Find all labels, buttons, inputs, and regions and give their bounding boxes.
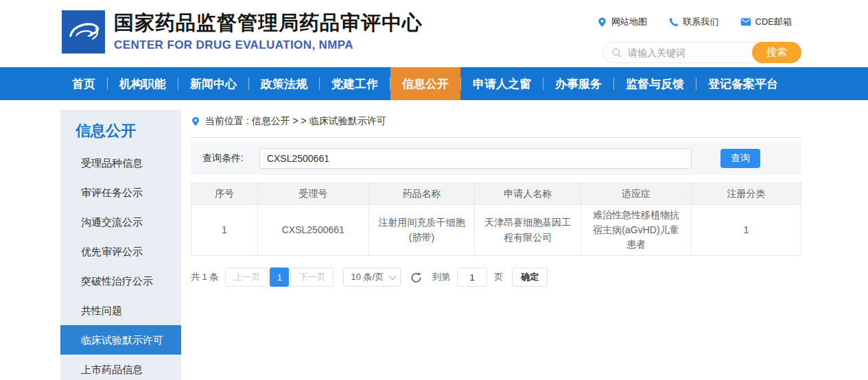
sidebar-item-accepted-products[interactable]: 受理品种信息	[60, 148, 181, 178]
nav-item-policies[interactable]: 政策法规	[249, 67, 319, 100]
prev-page-button[interactable]: 上一页	[225, 268, 268, 287]
nav-item-registration-platform[interactable]: 登记备案平台	[696, 67, 790, 100]
next-page-button[interactable]: 下一页	[290, 268, 333, 287]
breadcrumb: 当前位置 : 信息公开 > > 临床试验默示许可	[191, 110, 801, 138]
main-area: 信息公开 受理品种信息 审评任务公示 沟通交流公示 优先审评公示 突破性治疗公示…	[0, 100, 868, 380]
phone-icon	[668, 17, 679, 27]
breadcrumb-pin-icon	[191, 117, 200, 126]
mail-icon	[740, 17, 751, 27]
cde-mail-link[interactable]: CDE邮箱	[740, 16, 792, 28]
contact-us-link[interactable]: 联系我们	[668, 16, 718, 28]
header-search-button[interactable]: 搜索	[752, 42, 801, 63]
nav-item-services[interactable]: 办事服务	[543, 67, 613, 100]
sidebar-item-review-tasks[interactable]: 审评任务公示	[60, 178, 181, 207]
site-title-block: 国家药品监督管理局药品审评中心 CENTER FOR DRUG EVALUATI…	[114, 10, 423, 52]
page-size-select[interactable]: 10 条/页	[343, 268, 401, 287]
query-input[interactable]	[259, 148, 692, 169]
refresh-button[interactable]	[410, 270, 423, 284]
site-title-cn: 国家药品监督管理局药品审评中心	[114, 10, 423, 35]
confirm-button[interactable]: 确定	[512, 268, 548, 287]
nav-item-org-functions[interactable]: 机构职能	[108, 67, 178, 100]
location-pin-icon	[597, 17, 607, 27]
search-icon	[611, 47, 622, 58]
nav-item-info-disclosure[interactable]: 信息公开	[390, 67, 460, 100]
header-serial: 序号	[191, 183, 258, 205]
header-acceptance-number: 受理号	[257, 183, 368, 205]
results-header-row: 序号 受理号 药品名称 申请人名称 适应症 注册分类	[191, 183, 801, 205]
cell-drug-name: 注射用间充质干细胞(脐带)	[368, 205, 475, 256]
sidebar-item-communication[interactable]: 沟通交流公示	[60, 207, 181, 237]
cde-logo	[62, 10, 105, 54]
contact-us-link-label: 联系我们	[683, 16, 718, 28]
nav-item-party-building[interactable]: 党建工作	[320, 67, 390, 100]
cde-mail-link-label: CDE邮箱	[755, 16, 792, 28]
sidebar-item-priority-review[interactable]: 优先审评公示	[60, 237, 181, 266]
nav-item-home[interactable]: 首页	[60, 67, 107, 100]
cde-logo-swirl-icon	[64, 13, 103, 51]
cell-acceptance-number: CXSL2500661	[257, 205, 368, 256]
page-number-1[interactable]: 1	[270, 268, 289, 287]
sitemap-link-label: 网站地图	[611, 16, 647, 28]
sidebar-item-clinical-trial-implied-license[interactable]: 临床试验默示许可	[60, 325, 181, 355]
page-size-value: 10 条/页	[351, 271, 384, 283]
chevron-down-icon	[389, 272, 397, 280]
sidebar-item-breakthrough-therapy[interactable]: 突破性治疗公示	[60, 266, 181, 296]
cell-indication: 难治性急性移植物抗宿主病(aGvHD)儿童患者	[581, 205, 692, 256]
cell-applicant-name: 天津昂赛细胞基因工程有限公司	[475, 205, 581, 256]
nav-item-supervision-feedback[interactable]: 监督与反馈	[614, 67, 696, 100]
query-button[interactable]: 查询	[720, 149, 760, 168]
header-applicant-name: 申请人名称	[475, 183, 581, 205]
header-search-box: 搜索	[602, 42, 801, 63]
goto-page-unit: 页	[494, 271, 503, 283]
cell-registration-class: 1	[691, 205, 801, 256]
pagination-total: 共 1 条	[191, 271, 218, 283]
query-panel: 查询条件: 查询	[191, 142, 801, 175]
sitemap-link[interactable]: 网站地图	[597, 16, 647, 28]
site-title-en: CENTER FOR DRUG EVALUATION, NMPA	[114, 38, 423, 52]
breadcrumb-text: 当前位置 : 信息公开 > > 临床试验默示许可	[205, 115, 386, 128]
sidebar-item-marketed-drugs[interactable]: 上市药品信息	[60, 355, 181, 380]
refresh-icon	[410, 271, 423, 284]
header-registration-class: 注册分类	[691, 183, 801, 205]
content-area: 当前位置 : 信息公开 > > 临床试验默示许可 查询条件: 查询 序号 受理号…	[191, 110, 801, 287]
table-row: 1 CXSL2500661 注射用间充质干细胞(脐带) 天津昂赛细胞基因工程有限…	[191, 205, 801, 256]
cell-serial: 1	[191, 205, 258, 256]
main-nav: 首页 机构职能 新闻中心 政策法规 党建工作 信息公开 申请人之窗 办事服务 监…	[0, 67, 868, 100]
header-search-input[interactable]	[622, 47, 752, 58]
sidebar-item-common-issues[interactable]: 共性问题	[60, 296, 181, 325]
nav-item-applicant-window[interactable]: 申请人之窗	[461, 67, 543, 100]
sidebar: 信息公开 受理品种信息 审评任务公示 沟通交流公示 优先审评公示 突破性治疗公示…	[60, 110, 181, 380]
nav-item-news-center[interactable]: 新闻中心	[178, 67, 248, 100]
site-header: 国家药品监督管理局药品审评中心 CENTER FOR DRUG EVALUATI…	[0, 0, 868, 67]
pagination: 共 1 条 上一页 1 下一页 10 条/页 到第 页 确定	[191, 268, 801, 287]
goto-page-label: 到第	[432, 271, 450, 283]
sidebar-title: 信息公开	[60, 110, 181, 148]
goto-page-input[interactable]	[457, 268, 487, 287]
query-label: 查询条件:	[202, 152, 244, 165]
results-table: 序号 受理号 药品名称 申请人名称 适应症 注册分类 1 CXSL2500661…	[191, 182, 801, 256]
header-utility-links: 网站地图 联系我们 CDE邮箱	[597, 16, 792, 28]
header-indication: 适应症	[581, 183, 692, 205]
header-drug-name: 药品名称	[368, 183, 475, 205]
